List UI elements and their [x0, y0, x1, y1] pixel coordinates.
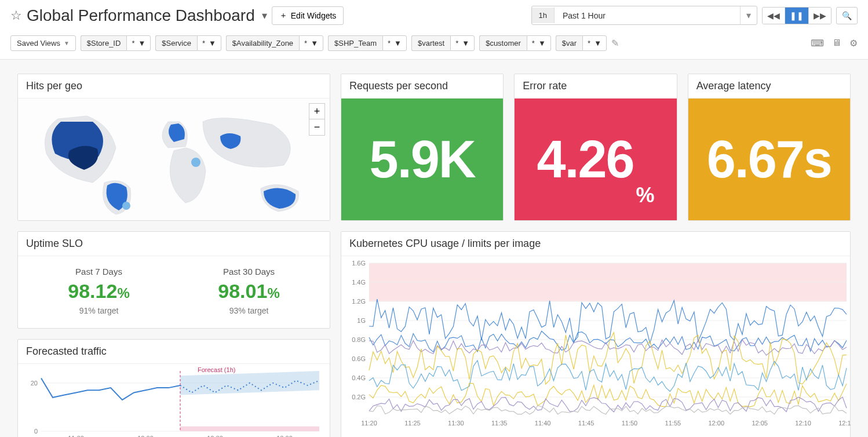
panel-uptime-slo: Uptime SLO Past 7 Days98.12%91% targetPa… — [17, 231, 330, 329]
filter-bar: Saved Views ▼ $Store_ID* ▼$Service* ▼$Av… — [0, 31, 868, 60]
panel-title: Requests per second — [341, 74, 503, 99]
edit-filters-icon[interactable]: ✎ — [611, 38, 619, 49]
panel-k8s-cpu: Kubernetes CPU usage / limits per image … — [341, 231, 851, 437]
filter-var-shp_team[interactable]: $SHP_Team* ▼ — [328, 35, 407, 51]
var-name: $var — [556, 35, 582, 51]
svg-text:11:55: 11:55 — [665, 420, 681, 427]
slo-target: 93% target — [174, 306, 324, 315]
svg-text:13:00: 13:00 — [276, 435, 293, 437]
svg-text:11:30: 11:30 — [68, 435, 84, 437]
error-value-box: 4.26 % — [515, 99, 676, 220]
playback-controls: ◀◀ ❚❚ ▶▶ — [762, 7, 831, 24]
svg-text:12:15: 12:15 — [838, 420, 851, 427]
svg-text:0: 0 — [34, 428, 38, 435]
chevron-down-icon: ▼ — [64, 40, 70, 46]
var-name: $customer — [479, 35, 527, 51]
plus-icon: ＋ — [279, 10, 287, 21]
keyboard-icon[interactable]: ⌨ — [811, 38, 824, 49]
edit-widgets-label: Edit Widgets — [291, 11, 337, 20]
chevron-down-icon: ▼ — [138, 39, 145, 48]
var-value[interactable]: * ▼ — [527, 35, 551, 51]
error-unit: % — [636, 183, 655, 207]
chevron-down-icon: ▼ — [209, 39, 216, 48]
filter-var-availability_zone[interactable]: $Availability_Zone* ▼ — [226, 35, 323, 51]
svg-text:11:25: 11:25 — [404, 420, 421, 427]
var-name: $Store_ID — [81, 35, 127, 51]
time-range-label: Past 1 Hour — [555, 8, 740, 24]
svg-text:11:45: 11:45 — [578, 420, 595, 427]
monitor-icon[interactable]: 🖥 — [832, 38, 841, 49]
panel-average-latency: Average latency 6.67s — [688, 74, 851, 221]
rps-value-box: 5.9K — [341, 99, 503, 220]
panel-hits-per-geo: Hits per geo — [17, 74, 330, 221]
svg-text:1G: 1G — [357, 317, 366, 324]
svg-text:0.6G: 0.6G — [352, 355, 366, 362]
time-range-picker[interactable]: 1h Past 1 Hour ▾ — [531, 6, 757, 25]
svg-text:12:00: 12:00 — [709, 420, 725, 427]
world-map-svg — [29, 101, 319, 217]
chevron-down-icon: ▼ — [594, 39, 601, 48]
filter-var-vartest[interactable]: $vartest* ▼ — [411, 35, 475, 51]
chevron-down-icon[interactable]: ▾ — [740, 6, 757, 24]
svg-text:11:40: 11:40 — [535, 420, 551, 427]
svg-text:20: 20 — [31, 380, 38, 387]
dashboard-title: Global Performance Dashboard — [27, 6, 255, 25]
var-value[interactable]: * ▼ — [197, 35, 221, 51]
svg-text:0.8G: 0.8G — [352, 336, 366, 343]
saved-views-dropdown[interactable]: Saved Views ▼ — [10, 35, 76, 51]
svg-text:11:20: 11:20 — [361, 420, 377, 427]
svg-text:12:05: 12:05 — [752, 420, 768, 427]
svg-text:12:30: 12:30 — [207, 435, 223, 437]
panel-title: Hits per geo — [18, 74, 330, 99]
edit-widgets-button[interactable]: ＋ Edit Widgets — [272, 6, 344, 25]
k8s-chart[interactable]: 0.2G0.4G0.6G0.8G1G1.2G1.4G1.6G11:2011:25… — [347, 260, 851, 428]
rewind-button[interactable]: ◀◀ — [763, 8, 785, 24]
var-value[interactable]: * ▼ — [582, 35, 607, 51]
filter-var-customer[interactable]: $customer* ▼ — [479, 35, 551, 51]
var-name: $Service — [155, 35, 197, 51]
panel-error-rate: Error rate 4.26 % — [514, 74, 677, 221]
svg-text:0.2G: 0.2G — [352, 394, 366, 400]
svg-point-1 — [122, 202, 130, 210]
dashboard-grid: Hits per geo — [0, 60, 868, 437]
forecast-label: Forecast (1h) — [198, 366, 235, 373]
map-zoom-controls: + − — [309, 103, 325, 136]
var-value[interactable]: * ▼ — [450, 35, 475, 51]
slo-target: 91% target — [24, 306, 174, 315]
filter-var-var[interactable]: $var* ▼ — [556, 35, 607, 51]
error-value: 4.26 — [537, 130, 633, 190]
forward-button[interactable]: ▶▶ — [808, 8, 831, 24]
zoom-out-button[interactable]: − — [309, 119, 325, 136]
svg-point-0 — [191, 158, 200, 167]
svg-text:1.4G: 1.4G — [352, 279, 366, 286]
toolbar-right-icons: ⌨ 🖥 ⚙ — [811, 38, 858, 49]
chevron-down-icon: ▼ — [538, 39, 546, 48]
slo-percent: 98.12% — [24, 280, 174, 303]
forecast-chart[interactable]: 02011:3012:0012:3013:00 — [24, 367, 325, 437]
var-name: $vartest — [411, 35, 450, 51]
panel-title: Error rate — [515, 74, 676, 99]
svg-rect-11 — [180, 427, 319, 431]
var-value[interactable]: * ▼ — [126, 35, 151, 51]
var-value[interactable]: * ▼ — [299, 35, 323, 51]
filter-var-store_id[interactable]: $Store_ID* ▼ — [81, 35, 151, 51]
top-bar: ☆ Global Performance Dashboard ▾ ＋ Edit … — [0, 0, 868, 31]
geo-map[interactable]: + − — [18, 99, 330, 220]
time-range-badge: 1h — [532, 8, 555, 23]
chevron-down-icon: ▼ — [394, 39, 402, 48]
pause-button[interactable]: ❚❚ — [785, 8, 808, 24]
panel-forecasted-traffic: Forecasted traffic 02011:3012:0012:3013:… — [17, 339, 330, 437]
favorite-star-icon[interactable]: ☆ — [10, 8, 22, 23]
gear-icon[interactable]: ⚙ — [849, 38, 858, 49]
filter-var-service[interactable]: $Service* ▼ — [155, 35, 221, 51]
latency-value: 6.67s — [707, 130, 831, 190]
svg-text:12:10: 12:10 — [795, 420, 811, 427]
chevron-down-icon: ▼ — [462, 39, 469, 48]
search-button[interactable]: 🔍 — [836, 7, 858, 24]
var-value[interactable]: * ▼ — [382, 35, 407, 51]
zoom-in-button[interactable]: + — [309, 103, 325, 119]
title-dropdown-icon[interactable]: ▾ — [262, 9, 267, 22]
svg-text:11:50: 11:50 — [622, 420, 638, 427]
svg-text:0.4G: 0.4G — [352, 374, 366, 381]
saved-views-label: Saved Views — [17, 39, 60, 48]
